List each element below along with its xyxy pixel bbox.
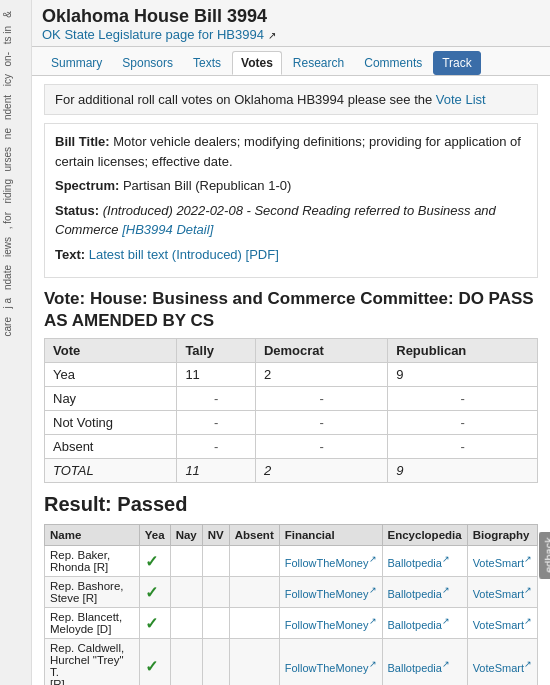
vote-republican: 9 — [388, 363, 538, 387]
left-sidebar: & ts in on- icy ndent ne urses riding , … — [0, 0, 32, 685]
vote-tally: - — [177, 387, 256, 411]
rep-nay — [170, 546, 202, 577]
rep-yea: ✓ — [139, 577, 170, 608]
col-tally: Tally — [177, 339, 256, 363]
follow-money-link[interactable]: FollowTheMoney↗ — [285, 557, 377, 569]
table-row: Nay - - - — [45, 387, 538, 411]
bill-text-link[interactable]: Latest bill text (Introduced) [PDF] — [89, 247, 279, 262]
vote-section-title: Vote: House: Business and Commerce Commi… — [44, 288, 538, 332]
rep-name: Rep. Bashore,Steve [R] — [45, 577, 140, 608]
sidebar-item-3: on- — [2, 49, 29, 69]
tab-sponsors[interactable]: Sponsors — [113, 51, 182, 75]
vote-tally: - — [177, 411, 256, 435]
vote-tally: - — [177, 435, 256, 459]
sidebar-item-13: care — [2, 314, 29, 339]
bill-info-box: Bill Title: Motor vehicle dealers; modif… — [44, 123, 538, 278]
ballotpedia-link[interactable]: Ballotpedia↗ — [388, 588, 450, 600]
rep-financial: FollowTheMoney↗ — [279, 577, 382, 608]
col-encyclopedia: Encyclopedia — [382, 525, 467, 546]
rep-name: Rep. Baker,Rhonda [R] — [45, 546, 140, 577]
vote-democrat: - — [255, 387, 387, 411]
follow-money-link[interactable]: FollowTheMoney↗ — [285, 588, 377, 600]
vote-democrat: - — [255, 411, 387, 435]
spectrum-label: Spectrum: — [55, 178, 119, 193]
text-label: Text: — [55, 247, 85, 262]
col-name: Name — [45, 525, 140, 546]
col-nv: NV — [202, 525, 229, 546]
vote-type: Nay — [45, 387, 177, 411]
votesmart-link[interactable]: VoteSmart↗ — [473, 557, 532, 569]
rep-nay — [170, 577, 202, 608]
rep-nv — [202, 639, 229, 685]
ballotpedia-link[interactable]: Ballotpedia↗ — [388, 662, 450, 674]
vote-democrat-total: 2 — [255, 459, 387, 483]
tab-research[interactable]: Research — [284, 51, 353, 75]
sidebar-item-11: ndate — [2, 262, 29, 293]
follow-money-link[interactable]: FollowTheMoney↗ — [285, 662, 377, 674]
rep-nv — [202, 546, 229, 577]
ballotpedia-link[interactable]: Ballotpedia↗ — [388, 619, 450, 631]
sidebar-item-9: , for — [2, 209, 29, 232]
table-row: Absent - - - — [45, 435, 538, 459]
vote-republican: - — [388, 411, 538, 435]
tab-votes[interactable]: Votes — [232, 51, 282, 75]
status-row: Status: (Introduced) 2022-02-08 - Second… — [55, 201, 527, 240]
notice-box: For additional roll call votes on Oklaho… — [44, 84, 538, 115]
sidebar-item-2: ts in — [2, 23, 29, 47]
tab-texts[interactable]: Texts — [184, 51, 230, 75]
page-subtitle: OK State Legislature page for HB3994 ↗ — [42, 27, 540, 42]
rep-yea: ✓ — [139, 546, 170, 577]
ballotpedia-link[interactable]: Ballotpedia↗ — [388, 557, 450, 569]
vote-republican-total: 9 — [388, 459, 538, 483]
vote-type: Absent — [45, 435, 177, 459]
rep-absent — [229, 546, 279, 577]
tab-track[interactable]: Track — [433, 51, 481, 75]
col-vote: Vote — [45, 339, 177, 363]
subtitle-link[interactable]: OK State Legislature page for HB3994 — [42, 27, 264, 42]
vote-type-total: TOTAL — [45, 459, 177, 483]
col-financial: Financial — [279, 525, 382, 546]
sidebar-item-4: icy — [2, 71, 29, 89]
sidebar-item-6: ne — [2, 125, 29, 142]
feedback-tab[interactable]: edback — [538, 531, 550, 578]
rep-name: Rep. Blancett,Meloyde [D] — [45, 608, 140, 639]
tab-summary[interactable]: Summary — [42, 51, 111, 75]
sidebar-item-12: j a — [2, 295, 29, 312]
spectrum-text: Partisan Bill (Republican 1-0) — [123, 178, 291, 193]
rep-financial: FollowTheMoney↗ — [279, 546, 382, 577]
tab-comments[interactable]: Comments — [355, 51, 431, 75]
sidebar-item-8: riding — [2, 176, 29, 206]
hb3994-detail-link[interactable]: [HB3994 Detail] — [122, 222, 213, 237]
col-democrat: Democrat — [255, 339, 387, 363]
rep-table: Name Yea Nay NV Absent Financial Encyclo… — [44, 524, 538, 685]
rep-biography: VoteSmart↗ — [467, 608, 537, 639]
rep-absent — [229, 639, 279, 685]
vote-republican: - — [388, 435, 538, 459]
follow-money-link[interactable]: FollowTheMoney↗ — [285, 619, 377, 631]
votesmart-link[interactable]: VoteSmart↗ — [473, 619, 532, 631]
vote-democrat: - — [255, 435, 387, 459]
votesmart-link[interactable]: VoteSmart↗ — [473, 662, 532, 674]
col-yea: Yea — [139, 525, 170, 546]
bill-title-row: Bill Title: Motor vehicle dealers; modif… — [55, 132, 527, 171]
rep-nay — [170, 639, 202, 685]
table-row: Rep. Blancett,Meloyde [D] ✓ FollowTheMon… — [45, 608, 538, 639]
vote-list-link[interactable]: Vote List — [436, 92, 486, 107]
table-row: Yea 11 2 9 — [45, 363, 538, 387]
rep-nv — [202, 608, 229, 639]
rep-yea: ✓ — [139, 639, 170, 685]
rep-biography: VoteSmart↗ — [467, 577, 537, 608]
bill-title-label: Bill Title: — [55, 134, 110, 149]
rep-name: Rep. Caldwell,Hurchel "Trey" T.[R] — [45, 639, 140, 685]
notice-text: For additional roll call votes on Oklaho… — [55, 92, 436, 107]
rep-absent — [229, 608, 279, 639]
rep-absent — [229, 577, 279, 608]
status-text: (Introduced) 2022-02-08 - Second Reading… — [55, 203, 496, 238]
votesmart-link[interactable]: VoteSmart↗ — [473, 588, 532, 600]
rep-encyclopedia: Ballotpedia↗ — [382, 546, 467, 577]
table-row: Rep. Bashore,Steve [R] ✓ FollowTheMoney↗… — [45, 577, 538, 608]
rep-encyclopedia: Ballotpedia↗ — [382, 608, 467, 639]
table-row: Rep. Caldwell,Hurchel "Trey" T.[R] ✓ Fol… — [45, 639, 538, 685]
vote-tally: 11 — [177, 363, 256, 387]
sidebar-item-7: urses — [2, 144, 29, 174]
